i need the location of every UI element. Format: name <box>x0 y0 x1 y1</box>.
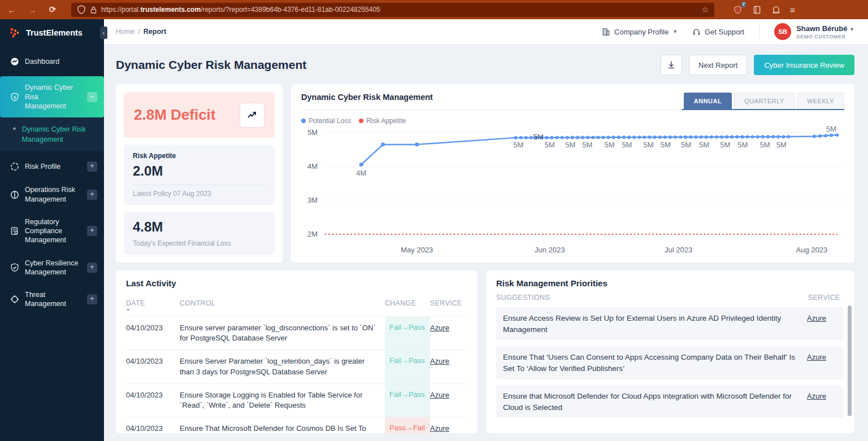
service-link[interactable]: Azure <box>807 353 826 361</box>
breadcrumb-current: Report <box>144 28 166 36</box>
sidebar-item-dynamic-cyber-risk[interactable]: $ Dynamic Cyber Risk Management − <box>0 76 104 117</box>
sort-desc-icon: ▼ <box>126 308 180 312</box>
sidebar: TrustElements Dashboard $ Dynamic Cyber … <box>0 19 104 441</box>
url-text: https://portal.trustelements.com/reports… <box>101 6 380 14</box>
sidebar-item-operations-risk[interactable]: Operations Risk Management + <box>0 178 104 211</box>
sidebar-subitem-dynamic-cyber-risk[interactable]: ● Dynamic Cyber Risk Management <box>0 117 104 151</box>
activity-change-badge: Fail→Pass <box>385 350 430 383</box>
service-link[interactable]: Azure <box>430 391 449 399</box>
avatar: SB <box>774 23 791 40</box>
expand-group-icon[interactable]: + <box>87 263 97 273</box>
user-role: DEMO CUSTOMER <box>796 34 854 40</box>
risk-appetite-label: Risk Appetite <box>133 152 266 160</box>
priorities-list: Ensure Access Review is Set Up for Exter… <box>496 307 843 418</box>
service-link[interactable]: Azure <box>807 392 826 400</box>
trend-up-icon <box>246 110 258 121</box>
activity-service: Azure <box>430 350 467 383</box>
forward-icon[interactable]: → <box>26 5 38 15</box>
svg-text:5M: 5M <box>826 126 836 133</box>
tab-annual[interactable]: ANNUAL <box>684 93 732 109</box>
chevron-down-icon: ▼ <box>672 29 678 34</box>
download-report-button[interactable] <box>661 55 682 75</box>
browser-toolbar: ← → ⟳ https://portal.trustelements.com/r… <box>0 0 868 19</box>
svg-text:5M: 5M <box>513 141 523 149</box>
svg-text:3M: 3M <box>307 197 318 204</box>
back-icon[interactable]: ← <box>6 5 18 15</box>
security-extension-icon[interactable]: 7 <box>732 5 743 15</box>
svg-text:5M: 5M <box>681 141 691 149</box>
activity-control: Ensure That Microsoft Defender for Cosmo… <box>180 417 385 433</box>
legend-potential-loss[interactable]: Potential Loss <box>301 117 351 125</box>
svg-text:5M: 5M <box>699 141 709 149</box>
collapse-group-icon[interactable]: − <box>87 92 97 102</box>
breadcrumb-home-link[interactable]: Home <box>116 28 134 36</box>
url-bar[interactable]: https://portal.trustelements.com/reports… <box>71 3 714 17</box>
shield-dollar-icon: $ <box>10 93 19 102</box>
priority-row: Ensure that Microsoft Defender for Cloud… <box>496 385 843 418</box>
user-menu[interactable]: SB Shawn Bérubé ▼ DEMO CUSTOMER <box>774 23 854 40</box>
svg-text:4M: 4M <box>307 163 318 171</box>
column-header-service: SERVICE <box>430 292 467 316</box>
brand-logo[interactable]: TrustElements <box>0 19 104 46</box>
activity-date: 04/10/2023 <box>126 383 180 417</box>
service-link[interactable]: Azure <box>430 424 449 433</box>
extension-icons: 7 ≡ <box>732 5 795 15</box>
cyber-insurance-review-button[interactable]: Cyber Insurance Review <box>754 55 854 75</box>
sidebar-item-risk-profile[interactable]: Risk Profile + <box>0 155 104 178</box>
legend-dot-icon <box>359 119 363 123</box>
expected-loss-value: 4.8M <box>133 219 266 235</box>
tab-quarterly[interactable]: QUARTERLY <box>734 93 795 109</box>
activity-date: 04/10/2023 <box>126 316 180 350</box>
risk-appetite-note: Latest Policy 07 Aug 2023 <box>133 190 266 198</box>
expand-group-icon[interactable]: + <box>87 294 97 304</box>
column-header-service: SERVICE <box>808 294 843 302</box>
svg-text:May 2023: May 2023 <box>401 246 433 254</box>
sidebar-item-threat-management[interactable]: Threat Management + <box>0 283 104 316</box>
activity-control: Ensure server parameter `log_disconnecti… <box>180 316 385 350</box>
last-activity-table: DATE▼ CONTROL CHANGE SERVICE 04/10/2023 … <box>126 292 467 433</box>
sidebar-item-dashboard[interactable]: Dashboard <box>0 50 104 73</box>
expand-group-icon[interactable]: + <box>87 190 97 200</box>
service-link[interactable]: Azure <box>430 357 449 365</box>
legend-risk-appetite[interactable]: Risk Appetite <box>359 117 406 125</box>
service-link[interactable]: Azure <box>807 314 826 322</box>
headset-icon <box>692 28 701 36</box>
scrollbar-thumb[interactable] <box>848 305 852 416</box>
svg-text:5M: 5M <box>720 141 730 149</box>
expand-group-icon[interactable]: + <box>87 226 97 236</box>
priority-row: Ensure That ‘Users Can Consent to Apps A… <box>496 346 843 379</box>
reader-extension-icon[interactable] <box>752 5 762 15</box>
reload-icon[interactable]: ⟳ <box>46 5 59 15</box>
bookmark-star-icon[interactable]: ☆ <box>701 5 709 14</box>
expand-group-icon[interactable]: + <box>87 161 97 172</box>
threat-management-icon <box>10 295 19 304</box>
sidebar-item-regulatory-compliance[interactable]: Regulatory Compliance Management + <box>0 211 104 252</box>
tab-weekly[interactable]: WEEKLY <box>797 93 844 109</box>
next-report-button[interactable]: Next Report <box>689 55 747 75</box>
divider <box>133 185 266 185</box>
activity-control: Ensure Storage Logging is Enabled for Ta… <box>180 383 385 417</box>
chart-period-tabs: ANNUAL QUARTERLY WEEKLY <box>682 93 844 110</box>
deficit-card: 2.8M Deficit <box>124 92 275 138</box>
svg-text:5M: 5M <box>565 141 575 149</box>
shield-permissions-icon[interactable] <box>77 5 86 14</box>
activity-change-badge: Pass→Fail <box>385 417 430 433</box>
dashboard-icon <box>10 57 19 66</box>
ghost-extension-icon[interactable] <box>771 5 781 15</box>
divider <box>759 24 760 39</box>
operations-risk-icon <box>10 190 19 199</box>
menu-icon[interactable]: ≡ <box>790 5 795 15</box>
svg-text:5M: 5M <box>737 141 748 149</box>
last-activity-title: Last Activity <box>126 278 467 288</box>
svg-text:Jun 2023: Jun 2023 <box>535 246 565 254</box>
sidebar-collapse-button[interactable]: ‹ <box>100 27 107 39</box>
svg-text:5M: 5M <box>582 141 592 149</box>
priority-row: Ensure Access Review is Set Up for Exter… <box>496 307 843 340</box>
column-header-date[interactable]: DATE▼ <box>126 292 180 316</box>
get-support-link[interactable]: Get Support <box>692 28 744 36</box>
sidebar-item-cyber-resilience[interactable]: Cyber Resilience Management + <box>0 252 104 284</box>
company-profile-menu[interactable]: Company Profile ▼ <box>602 28 678 36</box>
risk-appetite-card: Risk Appetite 2.0M Latest Policy 07 Aug … <box>124 145 275 205</box>
trend-button[interactable] <box>240 103 264 128</box>
service-link[interactable]: Azure <box>430 324 449 332</box>
